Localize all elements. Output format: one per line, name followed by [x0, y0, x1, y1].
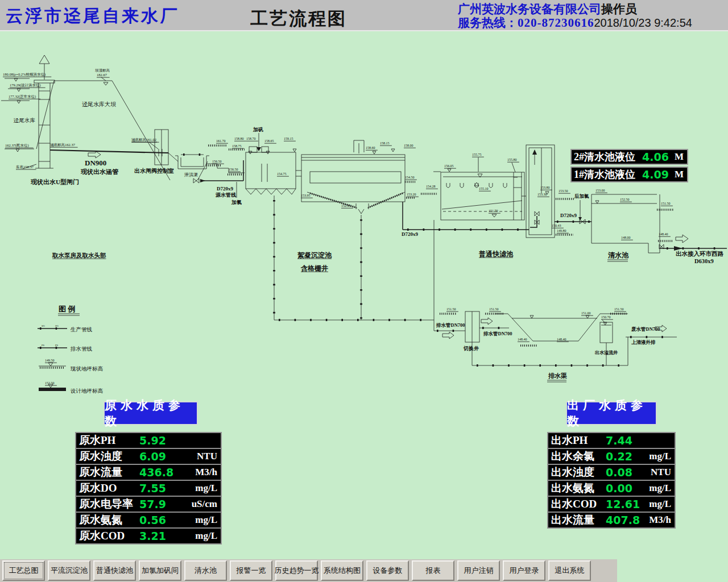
outlet-water-label: 出水PH — [551, 433, 606, 448]
diagram-label: 180.08(p=0.2%校核洪水位) — [3, 72, 46, 77]
toolbar-button-2[interactable]: 平流沉淀池 — [48, 560, 90, 581]
diagram-label: 149.80 — [557, 229, 566, 232]
diagram-label: 150.43 — [552, 224, 561, 227]
outlet-water-row: 出水COD12.61mg/L — [547, 496, 676, 513]
diagram-label: 絮凝沉淀池 — [297, 251, 332, 259]
dam — [36, 77, 170, 180]
datetime: 2018/10/23 9:42:54 — [594, 16, 692, 29]
toolbar-button-3[interactable]: 普通快滤池 — [93, 560, 136, 581]
raw-water-label: 原水电导率 — [79, 497, 139, 512]
raw-water-row: 原水COD3.21mg/L — [75, 527, 222, 544]
diagram-label: PS — [42, 344, 45, 347]
toolbar-button-9[interactable]: 设备参数 — [366, 560, 409, 581]
diagram-label: 155.80 — [507, 158, 517, 161]
raw-water-table: 原水PH5.92原水浊度6.09NTU原水流量436.8M3/h原水DO7.55… — [75, 432, 222, 544]
drainage-works — [440, 311, 677, 382]
diagram-label: 154.50 — [405, 176, 415, 179]
diagram-label: 加矾 — [253, 127, 263, 132]
outlet-water-unit: mg/L — [649, 483, 671, 494]
toolbar-button-8[interactable]: 系统结构图 — [321, 560, 363, 581]
diagram-label: 161.70 — [216, 139, 226, 143]
legend — [38, 314, 80, 391]
plant-title: 云浮市迳尾自来水厂 — [6, 5, 180, 28]
diagram-label: 取水泵房及取水头部 — [52, 252, 106, 259]
outlet-culvert — [50, 130, 168, 165]
diagram-label: 普通快滤池 — [478, 250, 514, 258]
diagram-label: D720x9 — [560, 213, 577, 218]
toolbar-button-6[interactable]: 报警一览 — [230, 560, 272, 581]
raw-water-value: 436.8 — [139, 466, 179, 479]
diagram-label: 设计地坪标高 — [70, 388, 104, 394]
diagram-label: 上清液外排 — [631, 339, 656, 345]
diagram-label: 148.00 — [621, 236, 631, 239]
raw-water-unit: M3/h — [195, 467, 217, 478]
outlet-water-label: 出水COD — [551, 497, 606, 512]
clearwell-2-unit: M — [675, 151, 684, 163]
clearwell-2-label: 2#清水池液位 — [574, 150, 635, 164]
outlet-water-value: 0.08 — [606, 466, 646, 479]
diagram-label: 153.95 — [301, 194, 311, 197]
diagram-label: 排水管线 — [70, 346, 93, 352]
diagram-label: 出水溢流井 — [595, 350, 618, 355]
outlet-water-unit: NTU — [651, 467, 671, 478]
page-title: 工艺流程图 — [250, 7, 347, 31]
diagram-label: 152.95 — [341, 204, 351, 207]
toolbar-button-10[interactable]: 报表 — [412, 560, 454, 581]
diagram-label: D720x9 — [402, 231, 418, 237]
outlet-water-value: 12.61 — [606, 498, 646, 510]
toolbar-button-5[interactable]: 清水池 — [184, 560, 227, 581]
diagram-label: 148.40 — [659, 232, 668, 236]
diagram-label: 排水渠 — [548, 372, 567, 379]
diagram-label: 148.40 — [518, 338, 527, 341]
diagram-label: 156.50 — [229, 168, 238, 171]
toolbar-button-12[interactable]: 用户登录 — [503, 560, 545, 581]
diagram-label: 迳尾水库大坝 — [82, 101, 116, 107]
outlet-water-value: 407.8 — [606, 514, 646, 526]
intake-tower — [1, 55, 55, 169]
diagram-label: 涵底标高162.37 — [50, 143, 76, 147]
toolbar-button-1[interactable]: 工艺总图 — [2, 560, 45, 581]
flocculation-tank — [246, 133, 301, 194]
diagram-label: 现状地坪标高 — [70, 365, 104, 372]
diagram-label: 158.00 — [404, 144, 413, 147]
diagram-label: 库底158.37 — [16, 165, 34, 169]
diagram-label: 现状出水涵管 — [80, 168, 118, 175]
raw-water-label: 原水COD — [79, 529, 139, 543]
diagram-label: 158.80 — [234, 137, 244, 140]
diagram-label: 生产管线 — [70, 327, 93, 332]
toolbar-button-7[interactable]: 历史趋势一览 — [275, 560, 318, 581]
diagram-label: 坝顶标高 — [94, 68, 110, 73]
diagram-label: 排水管DN700 — [436, 322, 465, 328]
diagram-label: 排水管DN700 — [483, 331, 512, 336]
outlet-water-panel-title: 出厂水质参数 — [566, 401, 657, 425]
raw-water-unit: mg/L — [195, 530, 217, 542]
raw-water-label: 原水氨氮 — [79, 513, 139, 527]
post-chlorination — [555, 200, 592, 224]
toolbar-button-4[interactable]: 加氯加矾间 — [139, 560, 181, 581]
diagram-label: 159.15 — [284, 137, 293, 140]
diagram-label: SO — [42, 325, 46, 327]
diagram-label: 图 例 — [59, 305, 75, 313]
toolbar-button-11[interactable]: 用户注销 — [457, 560, 500, 581]
raw-water-row: 原水DO7.55mg/L — [75, 480, 222, 497]
outlet-water-row: 出水氨氮0.00mg/L — [547, 480, 676, 497]
diagram-label: 151.00 — [581, 311, 591, 315]
raw-water-value: 7.55 — [139, 482, 179, 494]
diagram-label: 156.50 — [212, 160, 222, 163]
outlet-water-value: 0.22 — [606, 450, 646, 463]
diagram-label: 加氯 — [231, 199, 242, 205]
clearwell-1-unit: M — [675, 169, 684, 180]
diagram-label: 含格栅井 — [300, 264, 328, 272]
diagram-label: 151.50 — [489, 307, 499, 311]
raw-water-unit: mg/L — [195, 514, 217, 526]
toolbar-button-13[interactable]: 退出系统 — [548, 560, 591, 581]
diagram-label: PS — [55, 344, 59, 347]
diagram-label: 切换井 — [463, 346, 479, 351]
diagram-label: 158.60 — [366, 146, 375, 149]
clearwell-1-level-display: 1#清水池液位 4.09 M — [570, 167, 688, 182]
diagram-label: 151.50 — [661, 202, 671, 205]
raw-water-value: 3.21 — [139, 530, 179, 542]
bottom-toolbar: 工艺总图平流沉淀池普通快滤池加氯加矾间清水池报警一览历史趋势一览系统结构图设备参… — [0, 559, 617, 582]
diagram-label: 158.70 — [246, 137, 256, 140]
outlet-water-row: 出水余氯0.22mg/L — [547, 448, 676, 465]
